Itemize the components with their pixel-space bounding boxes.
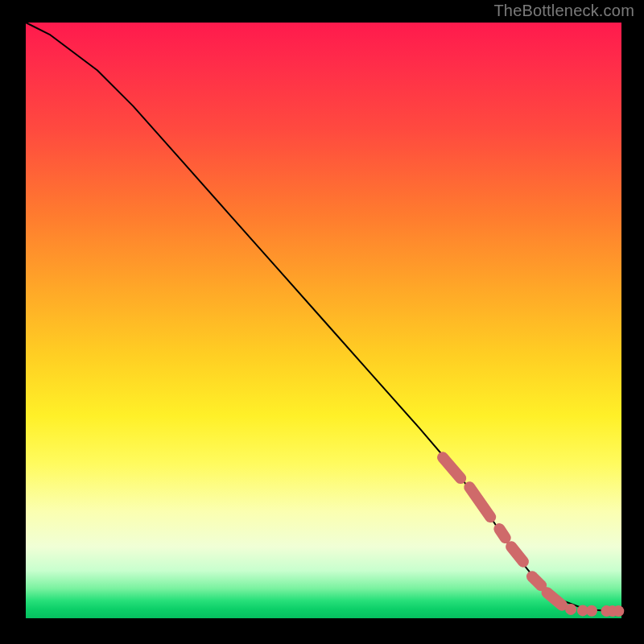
highlight-segment bbox=[443, 457, 460, 478]
highlight-segment bbox=[469, 487, 490, 517]
chart-overlay bbox=[26, 23, 621, 618]
highlight-segments bbox=[443, 457, 562, 605]
chart-stage: TheBottleneck.com bbox=[0, 0, 644, 644]
highlight-dots bbox=[565, 604, 624, 617]
highlight-segment bbox=[499, 529, 505, 538]
highlight-dot bbox=[586, 605, 597, 617]
attribution-label: TheBottleneck.com bbox=[493, 2, 634, 20]
highlight-segment bbox=[511, 547, 523, 562]
bottleneck-curve bbox=[26, 23, 621, 611]
highlight-segment bbox=[547, 592, 563, 605]
highlight-dot bbox=[613, 605, 624, 617]
plot-area bbox=[26, 23, 621, 618]
highlight-dot bbox=[565, 604, 576, 615]
highlight-segment bbox=[532, 576, 541, 585]
